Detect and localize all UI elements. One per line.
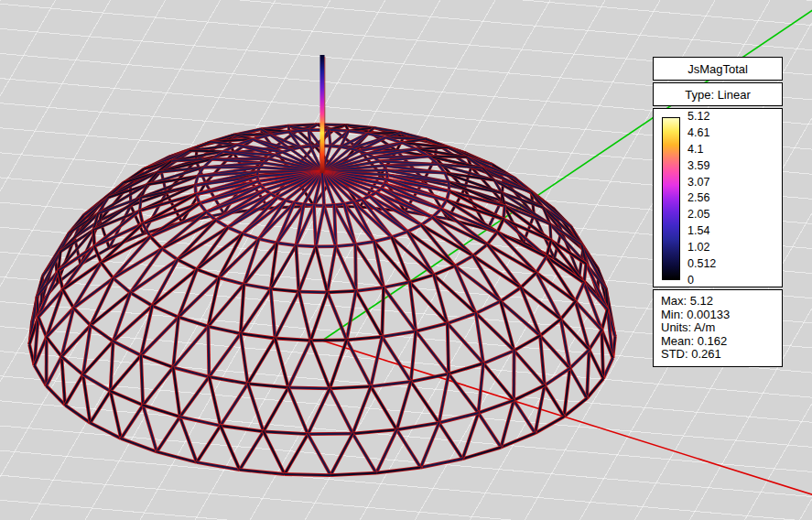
- dome-mesh: [29, 125, 615, 475]
- legend-statistics: Max: 5.12Min: 0.00133Units: A/mMean: 0.1…: [653, 289, 783, 367]
- colorbar-tick-label: 3.07: [687, 177, 716, 189]
- colorbar-tick-labels: 5.124.614.13.593.072.562.051.541.020.512…: [687, 111, 716, 287]
- legend-panel[interactable]: JsMagTotal Type: Linear 5.124.614.13.593…: [653, 57, 783, 369]
- colorbar-tick-label: 4.61: [687, 127, 716, 139]
- colorbar-tick-label: 3.59: [687, 160, 716, 172]
- colorbar-tick-label: 5.12: [687, 111, 716, 123]
- colorbar-tick-label: 4.1: [687, 144, 716, 156]
- colorbar-tick-label: 0.512: [687, 258, 716, 270]
- legend-colorbar-box: 5.124.614.13.593.072.562.051.541.020.512…: [653, 108, 783, 287]
- legend-stat-line: Max: 5.12: [661, 295, 778, 309]
- colorbar-tick-label: 1.54: [687, 225, 716, 237]
- colorbar: [662, 117, 680, 280]
- legend-stat-line: Units: A/m: [661, 321, 778, 335]
- legend-stat-line: Mean: 0.162: [661, 335, 778, 349]
- 3d-viewport[interactable]: JsMagTotal Type: Linear 5.124.614.13.593…: [0, 0, 812, 520]
- colorbar-tick-label: 2.05: [687, 209, 716, 221]
- legend-stat-line: STD: 0.261: [661, 348, 778, 362]
- legend-scale-type: Type: Linear: [653, 82, 783, 106]
- legend-stat-line: Min: 0.00133: [661, 309, 778, 322]
- colorbar-tick-label: 2.56: [687, 192, 716, 204]
- colorbar-tick-label: 0: [687, 275, 716, 287]
- legend-quantity-title: JsMagTotal: [653, 57, 783, 81]
- colorbar-tick-label: 1.02: [687, 242, 716, 254]
